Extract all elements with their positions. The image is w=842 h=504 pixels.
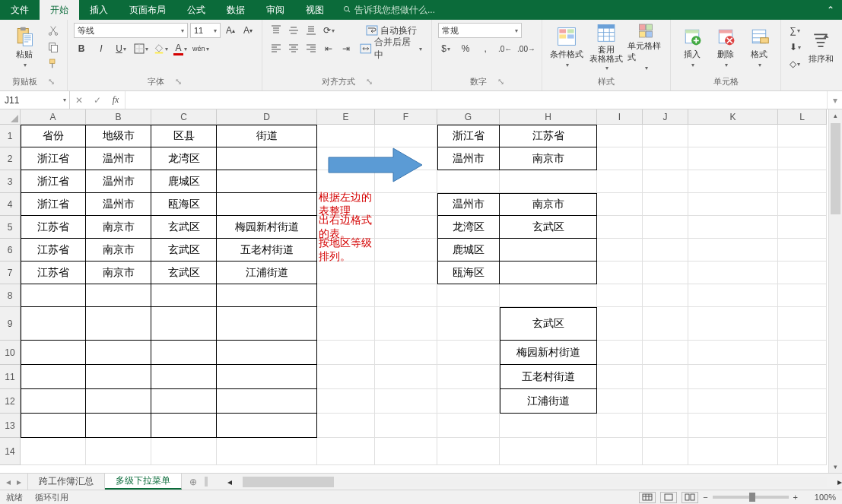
cell-L6[interactable] <box>778 239 827 262</box>
cell-H13[interactable] <box>500 414 597 438</box>
cell-G6[interactable]: 鹿城区 <box>437 239 500 262</box>
cell-G9[interactable] <box>437 307 500 341</box>
cell-F8[interactable] <box>375 284 437 307</box>
cell-J4[interactable] <box>643 193 688 216</box>
cell-E12[interactable] <box>317 389 375 414</box>
menu-tab-开始[interactable]: 开始 <box>40 0 79 20</box>
cell-K3[interactable] <box>688 170 778 193</box>
cell-I3[interactable] <box>597 170 643 193</box>
cell-A11[interactable] <box>21 365 86 389</box>
cell-F13[interactable] <box>375 414 437 438</box>
cell-I12[interactable] <box>597 389 643 414</box>
row-header-2[interactable]: 2 <box>0 147 21 170</box>
copy-button[interactable] <box>46 40 61 55</box>
cell-B4[interactable]: 温州市 <box>86 193 151 216</box>
cell-C8[interactable] <box>151 284 217 307</box>
cell-E6[interactable]: 按地区等级排列。 <box>317 239 375 262</box>
cell-K6[interactable] <box>688 239 778 262</box>
cell-L13[interactable] <box>778 414 827 438</box>
page-layout-view-button[interactable] <box>660 492 677 503</box>
cell-K13[interactable] <box>688 414 778 438</box>
zoom-in-button[interactable]: + <box>793 493 798 502</box>
formula-input[interactable] <box>126 91 827 109</box>
cell-J11[interactable] <box>643 365 688 389</box>
cell-G5[interactable]: 龙湾区 <box>437 216 500 239</box>
cell-B12[interactable] <box>86 389 151 414</box>
cell-D11[interactable] <box>217 365 317 389</box>
row-header-6[interactable]: 6 <box>0 239 21 262</box>
cell-K1[interactable] <box>688 125 778 147</box>
cell-I9[interactable] <box>597 307 643 341</box>
cell-D4[interactable] <box>217 193 317 216</box>
cell-J7[interactable] <box>643 262 688 284</box>
row-header-14[interactable]: 14 <box>0 438 21 465</box>
align-launcher[interactable]: ⤡ <box>366 77 373 87</box>
accounting-button[interactable]: $▾ <box>438 41 453 56</box>
cell-K10[interactable] <box>688 341 778 365</box>
cell-G11[interactable] <box>437 365 500 389</box>
cell-F3[interactable] <box>375 170 437 193</box>
format-table-button[interactable]: 套用 表格格式▾ <box>588 23 624 71</box>
cell-L1[interactable] <box>778 125 827 147</box>
cell-C4[interactable]: 瓯海区 <box>151 193 217 216</box>
row-header-11[interactable]: 11 <box>0 365 21 389</box>
horizontal-scrollbar[interactable]: ◂▸ <box>205 474 842 490</box>
cell-A14[interactable] <box>21 438 86 465</box>
col-header-E[interactable]: E <box>317 109 375 125</box>
expand-formula-button[interactable]: ▾ <box>827 91 842 109</box>
cell-D10[interactable] <box>217 341 317 365</box>
cell-J5[interactable] <box>643 216 688 239</box>
decrease-font-button[interactable]: A▾ <box>240 23 256 38</box>
insert-button[interactable]: 插入▾ <box>677 23 707 71</box>
border-button[interactable]: ▾ <box>133 41 148 56</box>
cell-B8[interactable] <box>86 284 151 307</box>
col-header-A[interactable]: A <box>21 109 86 125</box>
cell-C12[interactable] <box>151 389 217 414</box>
cell-C14[interactable] <box>151 438 217 465</box>
cell-K4[interactable] <box>688 193 778 216</box>
font-launcher[interactable]: ⤡ <box>175 77 182 87</box>
cell-styles-button[interactable]: 单元格样式▾ <box>628 23 664 71</box>
cell-A4[interactable]: 浙江省 <box>21 193 86 216</box>
col-header-H[interactable]: H <box>500 109 597 125</box>
cell-H4[interactable]: 南京市 <box>500 193 597 216</box>
row-header-1[interactable]: 1 <box>0 125 21 147</box>
increase-font-button[interactable]: A▴ <box>223 23 238 38</box>
cell-G14[interactable] <box>437 438 500 465</box>
menu-tab-审阅[interactable]: 审阅 <box>256 0 295 20</box>
align-right-button[interactable] <box>303 41 319 56</box>
cell-F11[interactable] <box>375 365 437 389</box>
row-header-12[interactable]: 12 <box>0 389 21 414</box>
cell-A9[interactable] <box>21 307 86 341</box>
cell-C10[interactable] <box>151 341 217 365</box>
sheet-tab-1[interactable]: 多级下拉菜单 <box>105 474 182 490</box>
increase-decimal-button[interactable]: .0← <box>497 41 513 56</box>
cell-J14[interactable] <box>643 438 688 465</box>
cell-D7[interactable]: 江浦街道 <box>217 262 317 284</box>
format-painter-button[interactable] <box>46 56 61 71</box>
cell-D9[interactable] <box>217 307 317 341</box>
cell-A13[interactable] <box>21 414 86 438</box>
font-size-combo[interactable]: 11▾ <box>190 23 221 38</box>
cell-L4[interactable] <box>778 193 827 216</box>
cell-D2[interactable] <box>217 147 317 170</box>
cell-K8[interactable] <box>688 284 778 307</box>
cell-D1[interactable]: 街道 <box>217 125 317 147</box>
cell-C9[interactable] <box>151 307 217 341</box>
cell-I5[interactable] <box>597 216 643 239</box>
percent-button[interactable]: % <box>458 41 473 56</box>
col-header-L[interactable]: L <box>778 109 827 125</box>
cell-L11[interactable] <box>778 365 827 389</box>
cell-B3[interactable]: 温州市 <box>86 170 151 193</box>
autosum-button[interactable]: ∑▾ <box>787 23 802 38</box>
sheet-tab-0[interactable]: 跨工作簿汇总 <box>28 474 105 490</box>
menu-tab-公式[interactable]: 公式 <box>176 0 216 20</box>
cell-F14[interactable] <box>375 438 437 465</box>
cell-G1[interactable]: 浙江省 <box>437 125 500 147</box>
cell-E2[interactable] <box>317 147 375 170</box>
cell-A5[interactable]: 江苏省 <box>21 216 86 239</box>
merge-center-button[interactable]: 合并后居中▾ <box>357 41 425 56</box>
clear-button[interactable]: ◇▾ <box>787 56 802 71</box>
cell-L10[interactable] <box>778 341 827 365</box>
format-button[interactable]: 格式▾ <box>744 23 774 71</box>
